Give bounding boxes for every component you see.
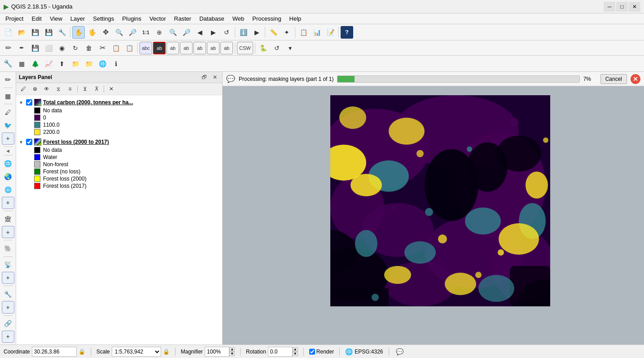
magnifier-down-btn[interactable]: ▼	[229, 352, 235, 356]
layer-expand-forest[interactable]: ▼	[19, 140, 24, 145]
add4-vbtn[interactable]: +	[2, 226, 14, 238]
rotate-label-btn[interactable]: ab	[193, 42, 206, 54]
wcs-vbtn[interactable]: 📡	[2, 259, 14, 271]
font-label-btn[interactable]: ab	[207, 42, 219, 54]
pan-btn[interactable]: ✋	[72, 26, 85, 39]
menu-web[interactable]: Web	[229, 14, 248, 23]
python-btn[interactable]: 🐍	[257, 42, 270, 54]
add-vbtn[interactable]: +	[2, 133, 14, 145]
remove-layer-btn[interactable]: ✕	[106, 84, 117, 94]
close-button[interactable]: ✕	[629, 2, 640, 12]
menu-vector[interactable]: Vector	[146, 14, 170, 23]
identify-btn[interactable]: ℹ️	[237, 26, 250, 39]
close-processing-btn[interactable]: ✕	[631, 74, 640, 84]
render-checkbox[interactable]	[309, 347, 315, 357]
layer-checkbox-carbon[interactable]	[26, 99, 32, 106]
layer-header-forest-loss[interactable]: ▼ Forest loss (2000 to 2017)	[16, 137, 222, 146]
new-project-btn[interactable]: 📄	[2, 26, 14, 39]
cancel-processing-btn[interactable]: Cancel	[600, 74, 627, 84]
magnifier-input[interactable]	[205, 347, 229, 357]
upload-btn[interactable]: ⬆	[56, 57, 68, 70]
attr-table-btn[interactable]: 📋	[297, 26, 310, 39]
menu-plugins[interactable]: Plugins	[118, 14, 145, 23]
info-btn[interactable]: ℹ	[110, 57, 122, 70]
label-style-btn[interactable]: ab	[153, 42, 166, 54]
rotation-up-btn[interactable]: ▲	[293, 347, 298, 352]
settings-btn[interactable]: 🔧	[2, 57, 14, 70]
menu-processing[interactable]: Processing	[249, 14, 285, 23]
globe-btn[interactable]: 🌐	[96, 57, 109, 70]
add5-vbtn[interactable]: +	[2, 272, 14, 284]
maximize-button[interactable]: □	[616, 2, 628, 12]
tool-vbtn[interactable]: 🔧	[2, 288, 14, 300]
db-vbtn[interactable]: 🐘	[2, 242, 14, 254]
layer-checkbox-forest[interactable]	[26, 139, 32, 145]
expand-all-btn[interactable]: ⊻	[79, 84, 90, 94]
globe-add-vbtn[interactable]: 🌏	[2, 170, 14, 182]
pan-map-btn[interactable]: 🖐	[86, 26, 98, 39]
plugin-reload-btn[interactable]: ↺	[271, 42, 283, 54]
copy-feat-btn[interactable]: 📋	[110, 42, 122, 54]
digitize-btn[interactable]: ⬜	[42, 42, 55, 54]
delete-btn[interactable]: 🗑	[83, 42, 95, 54]
layer-name-carbon[interactable]: Total carbon (2000, tonnes per ha...	[43, 99, 133, 106]
map-canvas[interactable]	[223, 86, 644, 345]
project-props-btn[interactable]: 🔧	[56, 26, 68, 39]
zoom-native-btn[interactable]: 1:1	[140, 26, 152, 39]
pan-back-btn[interactable]: ◀	[193, 26, 206, 39]
menu-view[interactable]: View	[46, 14, 66, 23]
magnifier-up-btn[interactable]: ▲	[229, 347, 235, 352]
open-layer-style-btn[interactable]: 🖊	[18, 84, 29, 94]
save-project-btn[interactable]: 💾	[29, 26, 41, 39]
network2-vbtn[interactable]: 🔗	[2, 317, 14, 329]
zoom-selection-btn[interactable]: 🔎	[180, 26, 193, 39]
layer-expand-carbon[interactable]: ▼	[19, 100, 24, 105]
folder-btn[interactable]: 📁	[69, 57, 82, 70]
zoom-layer-btn[interactable]: 🔍	[166, 26, 179, 39]
stat-summary-btn[interactable]: 📊	[311, 26, 323, 39]
scale-select[interactable]: 1:5,763,942	[112, 347, 161, 357]
help-btn[interactable]: ?	[341, 26, 353, 39]
deselect-btn[interactable]: ✦	[280, 26, 293, 39]
edit-btn[interactable]: ✏	[2, 42, 14, 54]
rotation-input[interactable]	[268, 347, 293, 357]
panel-close-btn[interactable]: ✕	[210, 73, 219, 81]
filter-legend-btn[interactable]: ≡	[65, 84, 75, 94]
open-project-btn[interactable]: 📂	[15, 26, 28, 39]
move-feature-btn[interactable]: ✥	[99, 26, 112, 39]
save-as-btn[interactable]: 💾	[42, 26, 55, 39]
globe2-vbtn[interactable]: 🌐	[2, 157, 14, 169]
measure-btn[interactable]: 📏	[267, 26, 280, 39]
menu-raster[interactable]: Raster	[171, 14, 195, 23]
folder2-btn[interactable]: 📁	[83, 57, 95, 70]
menu-project[interactable]: Project	[2, 14, 27, 23]
zoom-out-btn[interactable]: 🔎	[126, 26, 139, 39]
chart-btn[interactable]: 📈	[42, 57, 55, 70]
rotate-btn[interactable]: ↻	[69, 42, 82, 54]
zoom-in-btn[interactable]: 🔍	[113, 26, 125, 39]
add-group-btn[interactable]: ⊕	[30, 84, 40, 94]
pin-label-btn[interactable]: ab	[166, 42, 179, 54]
menu-help[interactable]: Help	[286, 14, 305, 23]
minimize-button[interactable]: ─	[604, 2, 615, 12]
zoom-full-btn[interactable]: ⊕	[153, 26, 166, 39]
digitize-vbtn[interactable]: ✏	[2, 74, 14, 86]
add6-vbtn[interactable]: +	[2, 301, 14, 313]
change-label-btn[interactable]: ab	[220, 42, 233, 54]
bird-vbtn[interactable]: 🐦	[2, 119, 14, 132]
matrix-btn[interactable]: ▦	[15, 57, 28, 70]
vtool-expand[interactable]: ◀	[6, 149, 9, 153]
show-hide-label-btn[interactable]: ab	[180, 42, 193, 54]
refresh-btn[interactable]: ↺	[220, 26, 233, 39]
layer-notes-btn[interactable]: 📝	[324, 26, 337, 39]
rotation-down-btn[interactable]: ▼	[293, 352, 298, 356]
menu-edit[interactable]: Edit	[28, 14, 45, 23]
coordinate-input[interactable]	[32, 347, 77, 357]
add7-vbtn[interactable]: +	[2, 331, 14, 343]
collapse-all-btn[interactable]: ⊼	[91, 84, 102, 94]
pan-forward-btn[interactable]: ▶	[207, 26, 219, 39]
select-feature-btn[interactable]: ▶	[250, 26, 263, 39]
panel-restore-btn[interactable]: 🗗	[200, 73, 209, 81]
filter-layers-btn[interactable]: ⧖	[53, 84, 64, 94]
save-layer-btn[interactable]: 💾	[29, 42, 41, 54]
